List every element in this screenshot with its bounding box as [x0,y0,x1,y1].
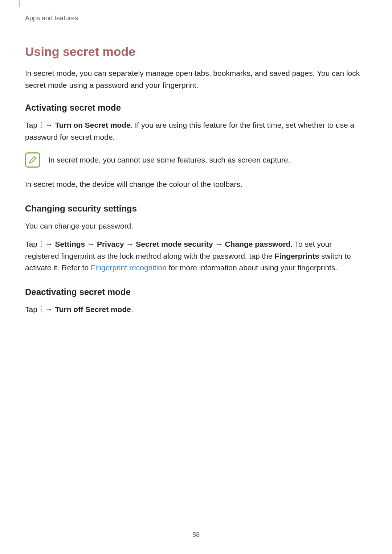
heading-deactivating: Deactivating secret mode [25,287,367,297]
breadcrumb: Apps and features [25,15,367,22]
arrow-icon: → [85,240,97,248]
deactivating-suffix: . [131,305,133,313]
arrow-icon: → [43,240,55,248]
section-changing: Changing security settings You can chang… [25,204,367,274]
fingerprint-recognition-link[interactable]: Fingerprint recognition [91,263,167,272]
text-tap: Tap [25,121,40,129]
page-title: Using secret mode [25,45,367,59]
changing-line2: Tap → Settings → Privacy → Secret mode s… [25,238,367,274]
fingerprints-label: Fingerprints [275,252,319,260]
turn-off-secret-mode-label: Turn off Secret mode [55,305,131,313]
heading-activating: Activating secret mode [25,103,367,113]
page-crop-mark [19,0,20,7]
activating-instruction: Tap → Turn on Secret mode. If you are us… [25,119,367,143]
more-options-icon [40,121,43,128]
note-box: In secret mode, you cannot use some feat… [25,152,367,168]
path-settings: Settings [55,240,85,248]
section-activating: Activating secret mode Tap → Turn on Sec… [25,103,367,190]
text-tap: Tap [25,240,40,248]
path-change-password: Change password [225,240,290,248]
activating-after-note: In secret mode, the device will change t… [25,178,367,190]
arrow-icon: → [124,240,136,248]
arrow-icon: → [43,121,55,129]
section-deactivating: Deactivating secret mode Tap → Turn off … [25,287,367,316]
heading-changing: Changing security settings [25,204,367,214]
path-secret-mode-security: Secret mode security [136,240,213,248]
page-number: 58 [0,531,392,539]
changing-end: for more information about using your fi… [167,263,337,272]
arrow-icon: → [43,305,55,313]
deactivating-instruction: Tap → Turn off Secret mode. [25,304,367,316]
changing-line1: You can change your password. [25,220,367,232]
more-options-icon [40,240,43,247]
more-options-icon [40,305,43,313]
intro-paragraph: In secret mode, you can separately manag… [25,67,367,91]
path-privacy: Privacy [97,240,124,248]
note-icon [25,152,40,168]
turn-on-secret-mode-label: Turn on Secret mode [55,121,130,129]
text-tap: Tap [25,305,40,313]
note-text: In secret mode, you cannot use some feat… [48,154,290,166]
arrow-icon: → [213,240,225,248]
